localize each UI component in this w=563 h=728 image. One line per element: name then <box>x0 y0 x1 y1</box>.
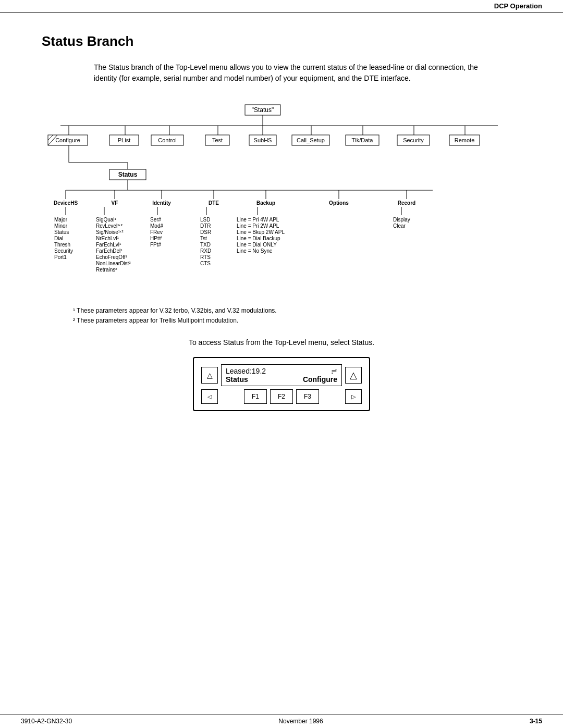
svg-text:Thresh: Thresh <box>54 242 70 248</box>
lcd-nav-left-btn[interactable]: ◁ <box>201 389 218 404</box>
svg-text:FarEchLvl¹: FarEchLvl¹ <box>96 242 121 248</box>
svg-text:FPt#: FPt# <box>150 242 162 248</box>
svg-text:Configure: Configure <box>55 137 80 143</box>
svg-text:Dial: Dial <box>54 236 63 241</box>
svg-text:Line = Dial ONLY: Line = Dial ONLY <box>237 242 277 248</box>
note-2: ² These parameters appear for Trellis Mu… <box>73 316 521 326</box>
svg-text:NonLinearDist²: NonLinearDist² <box>96 261 131 266</box>
tree-diagram: "Status" <box>42 103 521 301</box>
access-instruction: To access Status from the Top-Level menu… <box>42 338 521 347</box>
lcd-home-arrow[interactable]: △ <box>345 367 362 384</box>
svg-text:Security: Security <box>403 137 424 143</box>
svg-text:DSR: DSR <box>200 229 211 235</box>
svg-text:TXD: TXD <box>200 242 211 248</box>
lcd-leased-text: Leased:19.2 <box>226 367 266 375</box>
svg-text:VF: VF <box>112 200 118 206</box>
svg-text:Test: Test <box>212 137 223 143</box>
svg-text:DTE: DTE <box>209 200 219 206</box>
footer-right: 3-15 <box>530 718 542 725</box>
tree-svg: "Status" <box>42 103 521 301</box>
notes-section: ¹ These parameters appear for V.32 terbo… <box>73 306 521 326</box>
svg-text:Line = Pri 4W APL: Line = Pri 4W APL <box>237 217 279 223</box>
lcd-top-row: △ Leased:19.2 ≓ Status Configure △ <box>201 364 362 386</box>
footer: 3910-A2-GN32-30 November 1996 3-15 <box>0 714 563 728</box>
lcd-panel: △ Leased:19.2 ≓ Status Configure △ ◁ <box>193 357 370 411</box>
svg-text:Line = Pri 2W APL: Line = Pri 2W APL <box>237 223 279 229</box>
svg-text:Security: Security <box>54 248 73 254</box>
svg-text:Clear: Clear <box>393 223 406 229</box>
svg-text:RXD: RXD <box>200 248 211 254</box>
svg-text:DeviceHS: DeviceHS <box>54 200 78 206</box>
svg-text:Ser#: Ser# <box>150 217 162 223</box>
svg-text:Options: Options <box>329 200 349 206</box>
lcd-f2-btn[interactable]: F2 <box>270 389 293 404</box>
svg-text:FRev: FRev <box>150 229 163 235</box>
svg-text:Display: Display <box>393 217 410 223</box>
svg-text:PList: PList <box>118 137 130 143</box>
svg-text:LSD: LSD <box>200 217 210 223</box>
svg-text:Port1: Port1 <box>54 254 67 260</box>
section-title: Status Branch <box>42 33 521 50</box>
svg-text:RTS: RTS <box>200 254 211 260</box>
svg-text:Tst: Tst <box>200 236 207 241</box>
svg-text:SubHS: SubHS <box>254 137 272 143</box>
svg-text:DTR: DTR <box>200 223 211 229</box>
svg-text:CTS: CTS <box>200 261 211 266</box>
lcd-up-arrow[interactable]: △ <box>201 367 218 384</box>
svg-text:SigQual¹: SigQual¹ <box>96 217 117 223</box>
svg-text:"Status": "Status" <box>252 106 274 114</box>
svg-text:RcvLevel¹˒²: RcvLevel¹˒² <box>96 223 123 229</box>
svg-text:Retrains²: Retrains² <box>96 267 117 273</box>
header-title: DCP Operation <box>494 2 542 10</box>
footer-center: November 1996 <box>278 718 323 725</box>
svg-text:Record: Record <box>398 200 415 206</box>
lcd-f3-btn[interactable]: F3 <box>296 389 319 404</box>
svg-text:Remote: Remote <box>455 137 475 143</box>
svg-text:HPt#: HPt# <box>150 236 162 241</box>
svg-text:Backup: Backup <box>256 200 275 206</box>
svg-text:Sig/Noise¹˒²: Sig/Noise¹˒² <box>96 229 124 235</box>
lcd-function-buttons: F1 F2 F3 <box>244 389 319 404</box>
svg-text:FarEchDel¹: FarEchDel¹ <box>96 248 123 254</box>
svg-text:Minor: Minor <box>54 223 68 229</box>
footer-left: 3910-A2-GN32-30 <box>21 718 72 725</box>
svg-text:NrEchLvl¹: NrEchLvl¹ <box>96 236 119 241</box>
svg-text:EchoFreqOff¹: EchoFreqOff¹ <box>96 254 128 260</box>
header-bar: DCP Operation <box>0 0 563 13</box>
lcd-line1: Leased:19.2 ≓ <box>226 367 337 375</box>
svg-text:Call_Setup: Call_Setup <box>297 137 325 143</box>
svg-text:Line = No Sync: Line = No Sync <box>237 248 272 254</box>
lcd-status-text: Status <box>226 375 248 384</box>
lcd-bottom-row: ◁ F1 F2 F3 ▷ <box>201 389 362 404</box>
lcd-display: Leased:19.2 ≓ Status Configure <box>221 364 342 386</box>
svg-text:Identity: Identity <box>152 200 171 206</box>
svg-text:Major: Major <box>54 217 68 223</box>
svg-text:Mod#: Mod# <box>150 223 163 229</box>
lcd-configure-text: Configure <box>303 375 337 384</box>
lcd-f1-btn[interactable]: F1 <box>244 389 267 404</box>
intro-paragraph: The Status branch of the Top-Level menu … <box>94 62 500 84</box>
note-1: ¹ These parameters appear for V.32 terbo… <box>73 306 521 316</box>
svg-text:Tlk/Data: Tlk/Data <box>352 137 374 143</box>
lcd-line2: Status Configure <box>226 375 337 384</box>
lcd-icon: ≓ <box>331 367 337 375</box>
svg-text:Control: Control <box>158 137 176 143</box>
svg-text:Status: Status <box>118 171 138 178</box>
svg-text:Status: Status <box>54 229 69 235</box>
page-content: Status Branch The Status branch of the T… <box>0 13 563 432</box>
svg-text:Line = Dial Backup: Line = Dial Backup <box>237 236 280 241</box>
svg-text:Line = Bkup 2W APL: Line = Bkup 2W APL <box>237 229 285 235</box>
lcd-nav-right-btn[interactable]: ▷ <box>345 389 362 404</box>
